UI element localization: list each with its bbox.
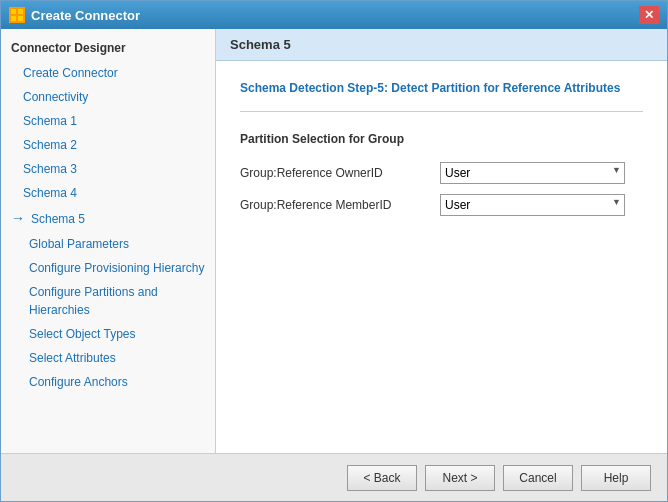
arrow-icon: →: [11, 208, 25, 229]
divider: [240, 111, 643, 112]
section-title: Partition Selection for Group: [240, 132, 643, 146]
cancel-button[interactable]: Cancel: [503, 465, 573, 491]
sidebar-item-schema-3[interactable]: Schema 3: [1, 157, 215, 181]
title-bar: Create Connector ✕: [1, 1, 667, 29]
sidebar-item-select-object-types[interactable]: Select Object Types: [1, 322, 215, 346]
svg-rect-1: [18, 9, 23, 14]
content-header: Schema 5: [216, 29, 667, 61]
sidebar: Connector Designer Create Connector Conn…: [1, 29, 216, 453]
sidebar-item-create-connector[interactable]: Create Connector: [1, 61, 215, 85]
sidebar-item-global-parameters[interactable]: Global Parameters: [1, 232, 215, 256]
sidebar-header: Connector Designer: [1, 37, 215, 61]
svg-rect-2: [11, 16, 16, 21]
form-row-member-id: Group:Reference MemberID User Group Cont…: [240, 194, 643, 216]
main-content: Connector Designer Create Connector Conn…: [1, 29, 667, 453]
content-body: Schema Detection Step-5: Detect Partitio…: [216, 61, 667, 453]
help-button[interactable]: Help: [581, 465, 651, 491]
schema5-label: Schema 5: [31, 210, 85, 228]
member-id-select-wrapper: User Group Contact: [440, 194, 625, 216]
sidebar-item-schema-2[interactable]: Schema 2: [1, 133, 215, 157]
close-button[interactable]: ✕: [639, 6, 659, 24]
sidebar-item-schema-4[interactable]: Schema 4: [1, 181, 215, 205]
detection-prefix: Schema: [240, 81, 289, 95]
sidebar-item-configure-provisioning-hierarchy[interactable]: Configure Provisioning Hierarchy: [1, 256, 215, 280]
svg-rect-0: [11, 9, 16, 14]
detection-bold: Detection Step-5: Detect Partition for R…: [289, 81, 620, 95]
sidebar-item-configure-partitions-and-hierarchies[interactable]: Configure Partitions and Hierarchies: [1, 280, 215, 322]
app-icon: [9, 7, 25, 23]
sidebar-item-schema-5[interactable]: → Schema 5: [1, 205, 215, 232]
title-bar-left: Create Connector: [9, 7, 140, 23]
sidebar-item-connectivity[interactable]: Connectivity: [1, 85, 215, 109]
window-title: Create Connector: [31, 8, 140, 23]
svg-rect-3: [18, 16, 23, 21]
main-window: Create Connector ✕ Connector Designer Cr…: [0, 0, 668, 502]
detection-step-text: Schema Detection Step-5: Detect Partitio…: [240, 81, 643, 95]
sidebar-item-select-attributes[interactable]: Select Attributes: [1, 346, 215, 370]
footer: < Back Next > Cancel Help: [1, 453, 667, 501]
next-button[interactable]: Next >: [425, 465, 495, 491]
member-id-label: Group:Reference MemberID: [240, 198, 440, 212]
sidebar-item-configure-anchors[interactable]: Configure Anchors: [1, 370, 215, 394]
sidebar-item-schema-1[interactable]: Schema 1: [1, 109, 215, 133]
content-area: Schema 5 Schema Detection Step-5: Detect…: [216, 29, 667, 453]
owner-id-select[interactable]: User Group Contact: [440, 162, 625, 184]
form-row-owner-id: Group:Reference OwnerID User Group Conta…: [240, 162, 643, 184]
owner-id-label: Group:Reference OwnerID: [240, 166, 440, 180]
back-button[interactable]: < Back: [347, 465, 417, 491]
owner-id-select-wrapper: User Group Contact: [440, 162, 625, 184]
member-id-select[interactable]: User Group Contact: [440, 194, 625, 216]
